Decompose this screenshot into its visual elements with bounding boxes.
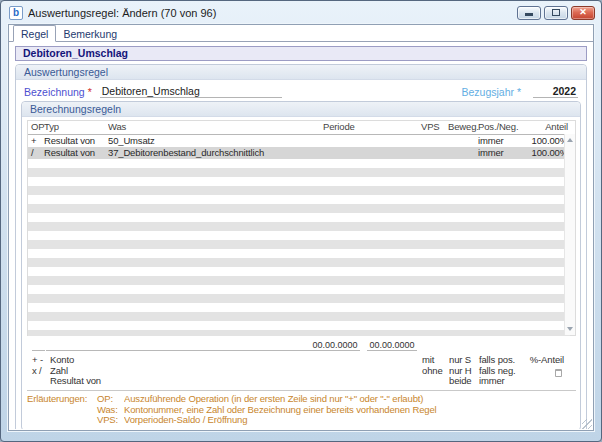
tab-regel[interactable]: Regel [13,25,56,42]
col-periode: Periode [323,121,386,134]
window-controls: ✕ [517,6,595,20]
title-bar[interactable]: b Auswertungsregel: Ändern (70 von 96) ✕ [1,1,601,24]
col-op: OP [28,121,44,134]
trash-icon[interactable] [555,369,562,377]
dialog-window: b Auswertungsregel: Ändern (70 von 96) ✕… [0,0,602,442]
group-auswertungsregel: Auswertungsregel Bezeichnung * Debitoren… [15,64,587,429]
col-beweg: Beweg. [448,121,478,134]
notes-label: Erläuterungen: [27,394,97,405]
bezugsjahr-input[interactable]: 2022 [533,85,578,98]
resize-grip[interactable] [582,419,592,429]
notes-section: Erläuterungen: OP: Auszuführende Operati… [27,394,576,426]
cell-beweg [448,135,478,147]
table-header-row: OP Typ Was Periode VPS Beweg. Pos./Neg. … [28,121,575,135]
legend-beweg-options: nur S nur H beide [449,355,472,387]
cell-vps [421,147,448,159]
edit-typ-field[interactable] [46,339,101,351]
table-row-selected[interactable]: / Resultat von 37_Debitorenbestand_durch… [28,147,570,159]
cell-periode [323,135,386,147]
col-typ: Typ [44,121,108,134]
legend: + - x / Konto Zahl Resultat von mit ohne [27,355,576,388]
cell-posneg: immer [478,147,525,159]
cell-beweg [448,147,478,159]
note-text: Vorperioden-Saldo / Eröffnung [124,415,576,426]
empty-table-rows [28,159,570,336]
cell-op: + [28,135,44,147]
required-marker-jahr: * [517,86,521,98]
legend-anteil: %-Anteil [530,355,564,379]
cell-posneg: immer [478,135,525,147]
note-key: VPS: [97,415,124,426]
tab-bemerkung[interactable]: Bemerkung [56,26,124,41]
minimize-button[interactable] [517,6,541,20]
cell-op: / [28,147,44,159]
col-blank [386,121,421,134]
edit-date-from-field[interactable]: 00.00.0000 [310,339,360,351]
table-scrollbar[interactable] [564,134,575,335]
edit-op-field[interactable] [32,339,45,351]
close-button[interactable]: ✕ [571,6,595,20]
cell-typ: Resultat von [44,147,108,159]
maximize-button[interactable] [544,6,568,20]
bezugsjahr-label: Bezugsjahr * [461,86,521,98]
rules-table: OP Typ Was Periode VPS Beweg. Pos./Neg. … [27,120,576,336]
group-berechnungsregeln-header: Berechnungsregeln [22,102,580,117]
col-vps: VPS [421,121,448,134]
col-posneg: Pos./Neg. [478,121,525,134]
legend-posneg-options: falls pos. falls neg. immer [479,355,516,387]
edit-date-to-field[interactable]: 00.00.0000 [367,339,417,351]
col-was: Was [108,121,323,134]
app-icon: b [9,6,23,20]
bezeichnung-label: Bezeichnung * [24,86,92,98]
group-berechnungsregeln: Berechnungsregeln OP Typ Was Periode VPS… [21,101,581,429]
table-row[interactable]: + Resultat von 50_Umsatz immer 100.00% [28,135,570,147]
scroll-down-icon[interactable] [567,327,573,331]
dialog-content: Regel Bemerkung Debitoren_Umschlag Auswe… [8,24,594,431]
note-key: OP: [97,394,124,405]
group-auswertungsregel-header: Auswertungsregel [16,65,586,80]
legend-vps-options: mit ohne [422,355,443,376]
tab-bar: Regel Bemerkung [9,25,593,42]
close-icon: ✕ [579,8,587,17]
bezeichnung-input[interactable]: Debitoren_Umschlag [100,85,282,98]
rule-name-banner: Debitoren_Umschlag [15,46,587,61]
tab-page-regel: Debitoren_Umschlag Auswertungsregel Beze… [9,42,593,429]
cell-periode [323,147,386,159]
window-title: Auswertungsregel: Ändern (70 von 96) [28,7,517,19]
required-marker: * [88,86,92,98]
minimize-icon [525,13,533,16]
cell-blank [386,147,421,159]
note-text: Auszuführende Operation (in der ersten Z… [124,394,576,405]
edit-was-field[interactable] [101,339,315,351]
cell-typ: Resultat von [44,135,108,147]
rule-field-row: Bezeichnung * Debitoren_Umschlag Bezugsj… [16,80,586,101]
col-anteil: Anteil [525,121,570,134]
legend-types: Konto Zahl Resultat von [50,355,101,387]
legend-separator [27,390,576,391]
cell-was: 37_Debitorenbestand_durchschnittlich [108,147,323,159]
cell-vps [421,135,448,147]
cell-blank [386,135,421,147]
note-text: Kontonummer, eine Zahl oder Bezeichnung … [124,405,576,416]
rule-edit-row: 00.00.0000 00.00.0000 [27,336,576,353]
scroll-up-icon[interactable] [567,138,573,142]
maximize-icon [552,9,560,16]
legend-op-symbols: + - x / [32,355,43,376]
cell-was: 50_Umsatz [108,135,323,147]
